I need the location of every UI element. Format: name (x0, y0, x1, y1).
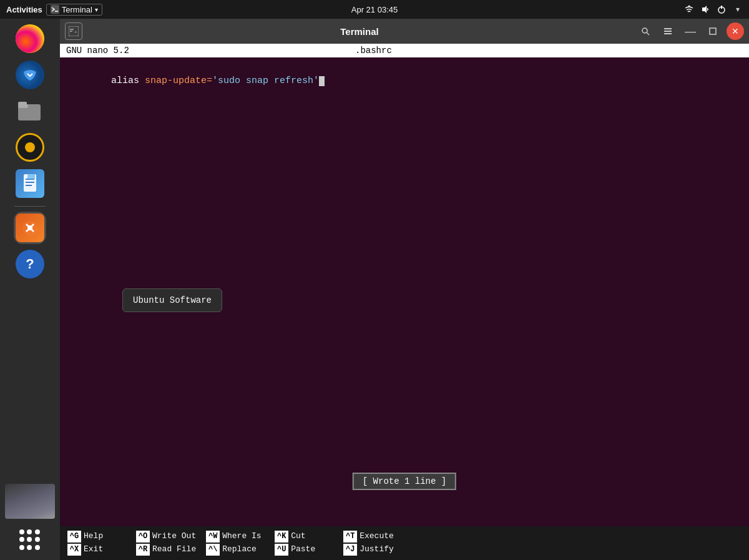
writer-icon (16, 169, 44, 198)
svg-text:+: + (74, 29, 77, 35)
sidebar-item-firefox[interactable] (14, 22, 46, 55)
shortcut-row-readfile: ^R Read File (136, 543, 196, 556)
wrote-line-tooltip: [ Wrote 1 line ] (353, 473, 456, 490)
svg-rect-8 (18, 102, 27, 107)
shortcut-row-justify: ^J Justify (343, 543, 402, 556)
shortcut-row-execute: ^T Execute (343, 530, 402, 543)
network-icon[interactable] (684, 4, 694, 14)
rhythmbox-icon (16, 133, 44, 162)
firefox-icon (16, 24, 44, 53)
power-icon[interactable] (717, 4, 727, 14)
shortcut-key-ctrl-o: ^O (136, 531, 150, 543)
terminal-titlebar: + Terminal — ✕ (60, 19, 749, 44)
system-datetime: Apr 21 03:45 (351, 5, 398, 14)
shortcut-key-ctrl-r: ^R (136, 544, 150, 556)
shortcut-row-paste: ^U Paste (275, 543, 333, 556)
code-string: 'sudo snap refresh' (212, 76, 319, 86)
volume-icon[interactable] (700, 4, 710, 14)
shortcut-label-readfile: Read File (152, 543, 196, 556)
shortcut-group-help: ^G Help ^X Exit (62, 530, 131, 556)
sidebar-item-files[interactable] (14, 95, 46, 127)
terminal-icon-svg (51, 5, 59, 14)
terminal-window: + Terminal — ✕ GNU nano 5.2 .bashrc (60, 19, 749, 560)
shortcut-key-ctrl-backslash: ^\ (206, 544, 220, 556)
terminal-body[interactable]: alias snap-update='sudo snap refresh' Ub… (60, 57, 749, 526)
nano-titlebar: GNU nano 5.2 .bashrc (60, 44, 749, 57)
shortcut-label-writeout: Write Out (152, 530, 196, 543)
code-equals: = (207, 76, 212, 86)
svg-point-15 (27, 225, 32, 230)
shortcut-group-cut: ^K Cut ^U Paste (270, 530, 338, 556)
terminal-title: Terminal (86, 26, 633, 37)
shortcut-group-whereis: ^W Where Is ^\ Replace (201, 530, 270, 556)
svg-line-21 (647, 32, 649, 35)
sidebar-item-apps-grid[interactable] (14, 524, 46, 556)
shortcut-key-ctrl-j: ^J (343, 544, 357, 556)
sidebar-divider-1 (14, 206, 46, 207)
search-button[interactable] (637, 22, 654, 40)
shortcut-row-replace: ^\ Replace (206, 543, 265, 556)
shortcut-label-replace: Replace (222, 543, 257, 556)
sidebar-item-software[interactable] (14, 212, 46, 244)
sidebar-wallpaper-thumb (5, 484, 55, 519)
shortcut-group-execute: ^T Execute ^J Justify (338, 530, 407, 556)
sidebar: ? (0, 19, 60, 560)
shortcut-row-exit: ^X Exit (67, 543, 126, 556)
maximize-button[interactable] (704, 22, 722, 40)
sidebar-item-thunderbird[interactable] (14, 59, 46, 91)
shortcut-label-cut: Cut (291, 530, 305, 543)
main-layout: ? + Terminal (0, 19, 749, 560)
shortcut-key-ctrl-u: ^U (275, 544, 288, 556)
terminal-dropdown-arrow[interactable]: ▾ (95, 6, 98, 13)
close-button[interactable]: ✕ (727, 22, 744, 40)
shortcut-row-whereis: ^W Where Is (206, 530, 265, 543)
svg-point-20 (642, 28, 647, 33)
shortcut-label-execute: Execute (360, 530, 394, 543)
minimize-button[interactable]: — (682, 22, 699, 40)
code-line-1: alias snap-update='sudo snap refresh' (66, 60, 743, 102)
activities-label[interactable]: Activities (6, 5, 42, 14)
topbar-terminal-icon[interactable]: Terminal ▾ (46, 4, 102, 16)
shortcut-key-ctrl-w: ^W (206, 531, 220, 543)
shortcut-key-ctrl-g: ^G (67, 531, 81, 543)
code-varname: snap-update (145, 76, 207, 86)
sidebar-item-help[interactable]: ? (14, 248, 46, 280)
wrote-tooltip-text: [ Wrote 1 line ] (363, 476, 446, 486)
sidebar-item-writer[interactable] (14, 167, 46, 200)
shortcut-row-cut: ^K Cut (275, 530, 333, 543)
shortcut-group-write: ^O Write Out ^R Read File (131, 530, 201, 556)
shortcut-key-ctrl-k: ^K (275, 531, 288, 543)
shortcut-label-exit: Exit (84, 543, 103, 556)
shortcut-key-ctrl-t: ^T (343, 531, 357, 543)
software-icon (16, 214, 44, 242)
help-icon: ? (16, 250, 44, 278)
shortcut-label-justify: Justify (360, 543, 394, 556)
svg-marker-3 (702, 6, 707, 13)
topbar-terminal-label[interactable]: Terminal (62, 5, 92, 14)
system-menu-arrow[interactable]: ▾ (733, 4, 743, 14)
ubuntu-tooltip-text: Ubuntu Software (133, 295, 212, 305)
apps-grid-icon (16, 526, 44, 554)
nano-version: GNU nano 5.2 (66, 46, 129, 56)
shortcut-key-ctrl-x: ^X (67, 544, 81, 556)
files-icon (16, 97, 44, 125)
ubuntu-software-tooltip: Ubuntu Software (122, 288, 222, 312)
shortcut-label-help: Help (84, 530, 103, 543)
terminal-controls: — ✕ (637, 22, 744, 40)
code-alias-keyword: alias (111, 76, 145, 86)
shortcut-label-whereis: Where Is (222, 530, 261, 543)
svg-rect-13 (27, 174, 35, 179)
terminal-tab-icon[interactable]: + (65, 22, 82, 40)
shortcut-label-paste: Paste (291, 543, 315, 556)
sidebar-item-rhythmbox[interactable] (14, 131, 46, 164)
shortcut-row-writeout: ^O Write Out (136, 530, 196, 543)
nano-shortcut-bar: ^G Help ^X Exit ^O Write Out ^R Read Fil… (60, 526, 749, 560)
shortcut-row-help: ^G Help (67, 530, 126, 543)
nano-filename: .bashrc (355, 46, 392, 56)
system-topbar: Activities Terminal ▾ Apr 21 03:45 ▾ (0, 0, 749, 19)
text-cursor (319, 76, 325, 86)
thunderbird-icon (16, 61, 44, 89)
svg-rect-25 (710, 28, 716, 34)
menu-button[interactable] (659, 22, 677, 40)
